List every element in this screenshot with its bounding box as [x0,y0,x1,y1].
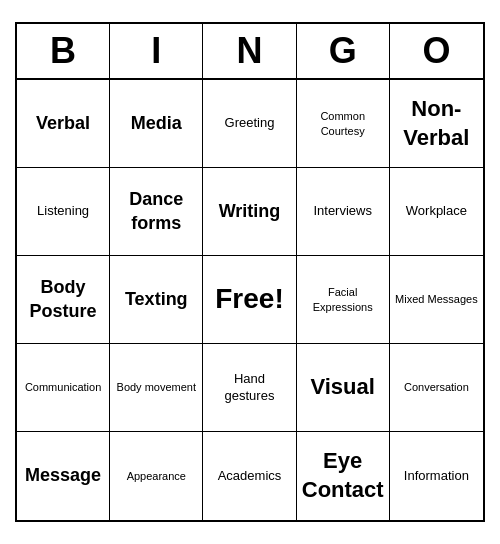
header-letter: N [203,24,296,78]
bingo-cell: Mixed Messages [390,256,483,344]
bingo-cell: Writing [203,168,296,256]
bingo-cell: Hand gestures [203,344,296,432]
bingo-cell: Media [110,80,203,168]
header-letter: I [110,24,203,78]
bingo-cell: Dance forms [110,168,203,256]
bingo-cell: Non-Verbal [390,80,483,168]
bingo-cell: Message [17,432,110,520]
bingo-cell: Facial Expressions [297,256,390,344]
bingo-cell: Workplace [390,168,483,256]
header-letter: G [297,24,390,78]
bingo-cell: Free! [203,256,296,344]
bingo-cell: Appearance [110,432,203,520]
bingo-cell: Visual [297,344,390,432]
bingo-cell: Academics [203,432,296,520]
header-letter: B [17,24,110,78]
bingo-cell: Body movement [110,344,203,432]
bingo-grid: VerbalMediaGreetingCommon CourtesyNon-Ve… [17,80,483,520]
bingo-cell: Body Posture [17,256,110,344]
header-letter: O [390,24,483,78]
bingo-header: BINGO [17,24,483,80]
bingo-cell: Verbal [17,80,110,168]
bingo-cell: Common Courtesy [297,80,390,168]
bingo-cell: Interviews [297,168,390,256]
bingo-card: BINGO VerbalMediaGreetingCommon Courtesy… [15,22,485,522]
bingo-cell: Eye Contact [297,432,390,520]
bingo-cell: Communication [17,344,110,432]
bingo-cell: Listening [17,168,110,256]
bingo-cell: Conversation [390,344,483,432]
bingo-cell: Greeting [203,80,296,168]
bingo-cell: Texting [110,256,203,344]
bingo-cell: Information [390,432,483,520]
